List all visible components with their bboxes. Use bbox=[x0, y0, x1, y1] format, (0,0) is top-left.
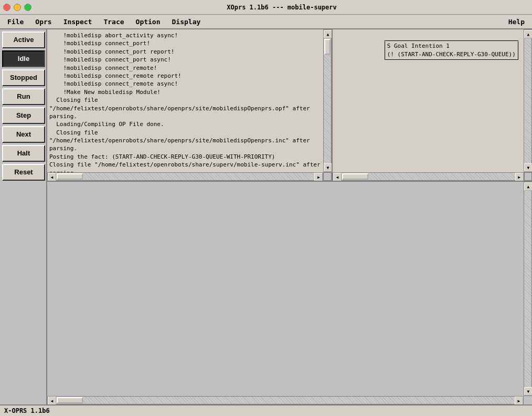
window-title: XOprs 1.1b6 --- mobile-superv bbox=[35, 4, 529, 11]
log-hscrollbar[interactable] bbox=[47, 172, 323, 181]
menu-trace[interactable]: Trace bbox=[98, 16, 129, 27]
log-scroll-down[interactable] bbox=[324, 163, 332, 172]
bottom-scroll-track-v[interactable] bbox=[524, 191, 531, 387]
log-scroll-thumb-h[interactable] bbox=[57, 173, 83, 180]
menu-file[interactable]: File bbox=[2, 16, 29, 27]
top-content: !mobiledisp abort_activity async! !mobil… bbox=[47, 29, 532, 182]
menu-inspect[interactable]: Inspect bbox=[58, 16, 98, 27]
goals-scroll-right[interactable] bbox=[515, 173, 524, 181]
next-button[interactable]: Next bbox=[2, 126, 45, 143]
step-button[interactable]: Step bbox=[2, 107, 45, 124]
log-scroll-thumb-v[interactable] bbox=[324, 39, 331, 55]
titlebar: XOprs 1.1b6 --- mobile-superv bbox=[0, 0, 532, 15]
log-panel: !mobiledisp abort_activity async! !mobil… bbox=[47, 29, 333, 181]
log-scroll-left[interactable] bbox=[48, 173, 56, 181]
goal-box: S Goal Intention 1 (! (START-AND-CHECK-R… bbox=[385, 40, 518, 60]
content-area: !mobiledisp abort_activity async! !mobil… bbox=[47, 29, 532, 404]
goals-scroll-track-v[interactable] bbox=[524, 38, 531, 163]
reset-button[interactable]: Reset bbox=[2, 164, 45, 181]
goals-scroll-left[interactable] bbox=[333, 173, 342, 181]
bottom-scroll-right[interactable] bbox=[515, 397, 523, 405]
bottom-scroll-thumb-h[interactable] bbox=[57, 397, 83, 403]
sidebar: Active Idle Stopped Run Step Next Halt R… bbox=[0, 29, 47, 404]
log-scroll-up[interactable] bbox=[324, 30, 332, 38]
idle-button[interactable]: Idle bbox=[2, 50, 45, 67]
goals-panel: S Goal Intention 1 (! (START-AND-CHECK-R… bbox=[333, 29, 532, 181]
run-button[interactable]: Run bbox=[2, 88, 45, 105]
goals-scroll-corner bbox=[524, 172, 532, 181]
goals-scroll-down[interactable] bbox=[524, 163, 532, 172]
bottom-scroll-track-h[interactable] bbox=[83, 397, 515, 404]
goals-scroll-up[interactable] bbox=[524, 30, 532, 38]
log-scroll-track-v[interactable] bbox=[324, 55, 331, 163]
goals-scroll-track-h[interactable] bbox=[369, 173, 515, 180]
bottom-content bbox=[47, 182, 532, 404]
scroll-corner bbox=[323, 172, 332, 181]
stopped-button[interactable]: Stopped bbox=[2, 69, 45, 86]
halt-button[interactable]: Halt bbox=[2, 145, 45, 162]
goals-vscrollbar[interactable] bbox=[524, 29, 532, 172]
log-scroll-track-h[interactable] bbox=[83, 173, 314, 180]
bottom-scroll-left[interactable] bbox=[48, 397, 56, 405]
bottom-hscrollbar[interactable] bbox=[47, 396, 524, 404]
bottom-vscrollbar[interactable] bbox=[524, 182, 532, 396]
close-button[interactable] bbox=[3, 4, 10, 11]
log-scroll-right[interactable] bbox=[314, 173, 323, 181]
menu-help[interactable]: Help bbox=[503, 16, 530, 27]
bottom-scroll-down[interactable] bbox=[524, 387, 532, 396]
active-button[interactable]: Active bbox=[2, 32, 45, 48]
goals-scroll-thumb-h[interactable] bbox=[342, 173, 368, 180]
goals-hscrollbar[interactable] bbox=[333, 172, 524, 181]
menubar: File Oprs Inspect Trace Option Display H… bbox=[0, 15, 532, 29]
maximize-button[interactable] bbox=[24, 4, 31, 11]
menu-oprs[interactable]: Oprs bbox=[30, 16, 57, 27]
menu-option[interactable]: Option bbox=[131, 16, 166, 27]
bottom-scroll-up[interactable] bbox=[524, 182, 532, 191]
goals-text: S Goal Intention 1 (! (START-AND-CHECK-R… bbox=[333, 29, 524, 172]
status-text: X-OPRS 1.1b6 bbox=[4, 407, 50, 414]
menu-display[interactable]: Display bbox=[167, 16, 206, 27]
minimize-button[interactable] bbox=[14, 4, 21, 11]
log-text: !mobiledisp abort_activity async! !mobil… bbox=[47, 29, 323, 172]
statusbar: X-OPRS 1.1b6 bbox=[0, 404, 532, 416]
log-vscrollbar[interactable] bbox=[323, 29, 332, 172]
main-area: Active Idle Stopped Run Step Next Halt R… bbox=[0, 29, 532, 404]
